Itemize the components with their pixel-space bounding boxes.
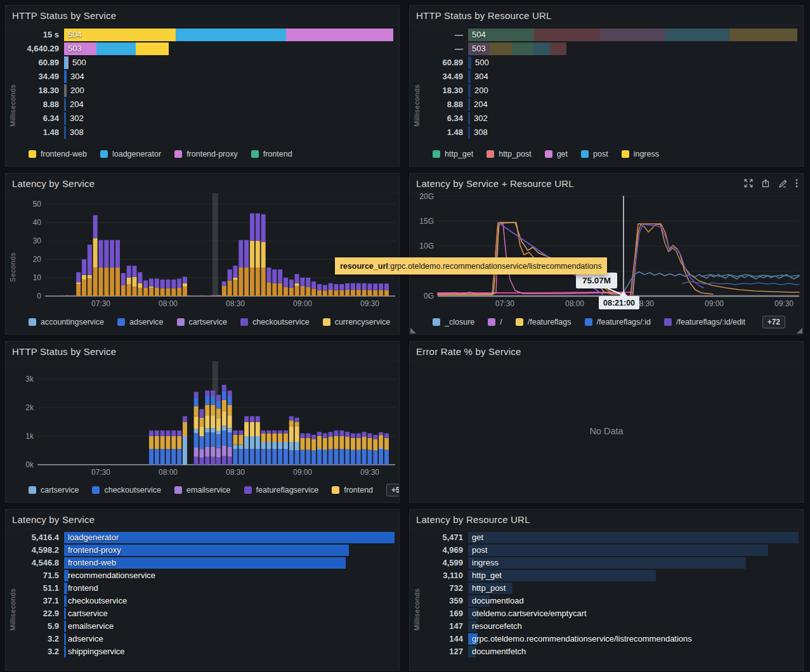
panel-title[interactable]: Latency by Service + Resource URL (416, 178, 574, 189)
bar-segment (222, 456, 226, 465)
share-icon[interactable] (761, 179, 770, 188)
legend-item-featureflagservice[interactable]: featureflagservice (244, 486, 319, 494)
bar-segment (110, 240, 114, 268)
bar-segment (205, 447, 209, 457)
legend-item-loadgenerator[interactable]: loadgenerator (100, 150, 161, 158)
tooltip-time-badge: 08:21:00 (599, 296, 639, 309)
bar-segment (155, 436, 159, 449)
bar-segment (166, 449, 170, 465)
bar-segment (143, 280, 148, 288)
legend-item-item[interactable]: / (488, 318, 502, 326)
bar-segment (211, 295, 215, 296)
legend-item-http-post[interactable]: http_post (487, 150, 531, 158)
resize-handle-right[interactable] (797, 328, 802, 333)
bar-segment (300, 438, 304, 450)
row-value: 3.2 (6, 646, 59, 657)
x-tick-label: 07:30 (495, 299, 514, 308)
bar-segment (216, 448, 221, 457)
legend-swatch-icon (29, 486, 36, 494)
legend-item-frontend[interactable]: frontend (251, 150, 292, 158)
panel-title[interactable]: Error Rate % by Service (416, 346, 521, 357)
bar-segment (329, 290, 333, 296)
legend-item-cartservice[interactable]: cartservice (177, 318, 227, 326)
bar-segment (306, 434, 310, 438)
legend-item-accountingservice[interactable]: accountingservice (29, 318, 104, 326)
bar-segment (300, 434, 304, 438)
legend-swatch-icon (487, 150, 494, 158)
resize-handle-left[interactable] (410, 328, 416, 333)
legend-item-post[interactable]: post (581, 150, 608, 158)
legend: cartservicecheckoutserviceemailservicefe… (29, 484, 399, 496)
bar-segment (93, 215, 98, 238)
bar-segment (160, 449, 165, 465)
row-bar-track: recommendationservice (64, 570, 394, 581)
legend-label: post (593, 150, 608, 158)
bar-segment (149, 449, 154, 465)
legend-item-featureflags-id[interactable]: /featureflags/:id (585, 318, 651, 326)
bar-segment (143, 288, 148, 296)
legend-item-frontend-proxy[interactable]: frontend-proxy (174, 150, 238, 158)
hover-cursor-bar (212, 193, 218, 296)
panel-title[interactable]: HTTP Status by Service (12, 346, 116, 357)
legend-item-checkoutservice[interactable]: checkoutservice (240, 318, 310, 326)
status-row-304: 34.49304 (6, 70, 394, 83)
status-code-label: 302 (474, 112, 488, 125)
legend-item-emailservice[interactable]: emailservice (174, 486, 230, 494)
panel-latency-by-resource-url: Latency by Resource URL Milliseconds5,47… (409, 509, 804, 671)
bar-segment (339, 430, 344, 436)
legend-item-currencyservice[interactable]: currencyservice (323, 318, 391, 326)
legend-label: http_post (499, 150, 531, 158)
panel-body: Milliseconds5,416.4loadgenerator4,598.2f… (6, 529, 399, 670)
kebab-menu-icon[interactable] (795, 179, 798, 188)
legend-item-closure[interactable]: _closure (433, 318, 474, 326)
edit-icon[interactable] (778, 179, 787, 188)
bar-segment (300, 450, 304, 465)
bar-segment (295, 422, 299, 427)
legend-label: frontend (344, 486, 373, 494)
x-tick-label: 07:30 (91, 299, 110, 308)
panel-title[interactable]: Latency by Service (12, 514, 95, 525)
row-value: 127 (410, 646, 463, 657)
row-bar-track: 204 (468, 98, 798, 111)
bar-segment (250, 449, 254, 465)
legend-item-checkoutservice[interactable]: checkoutservice (92, 486, 161, 494)
legend-item-featureflags[interactable]: /featureflags (516, 318, 572, 326)
bar-segment (199, 409, 204, 418)
bar-segment (367, 290, 372, 296)
legend-more-button[interactable]: +5 (386, 484, 399, 496)
row-value: 732 (410, 583, 463, 594)
legend-item-adservice[interactable]: adservice (117, 318, 164, 326)
legend-item-http-get[interactable]: http_get (433, 150, 473, 158)
legend-item-ingress[interactable]: ingress (622, 150, 659, 158)
x-tick-label: 08:00 (159, 468, 178, 477)
legend-item-get[interactable]: get (545, 150, 568, 158)
bar-segment (160, 430, 165, 436)
panel-title[interactable]: Latency by Resource URL (416, 514, 530, 525)
row-label: get (472, 532, 483, 543)
bar-segment (256, 268, 260, 296)
bar-segment (323, 290, 327, 296)
bar-segment (177, 278, 181, 288)
panel-title[interactable]: Latency by Service (12, 178, 95, 189)
legend-swatch-icon (117, 318, 125, 326)
row-value: 60.89 (6, 56, 59, 69)
bar-segment (194, 397, 199, 406)
bar-segment (468, 112, 470, 125)
row-value: 147 (410, 621, 463, 632)
bar-segment (171, 436, 176, 449)
legend-item-featureflags-id-edit[interactable]: /featureflags/:id/edit (664, 318, 745, 326)
bar-segment (211, 432, 215, 447)
legend-more-button[interactable]: +72 (762, 316, 785, 328)
bar-segment (295, 451, 299, 465)
panel-title[interactable]: HTTP Status by Resource URL (416, 10, 552, 21)
legend-item-frontend[interactable]: frontend (332, 486, 373, 494)
legend-item-frontend-web[interactable]: frontend-web (29, 150, 87, 158)
fullscreen-icon[interactable] (744, 179, 753, 188)
bar-segment (216, 434, 221, 448)
status-code-label: 304 (474, 70, 488, 83)
bar-segment (356, 438, 361, 450)
panel-title[interactable]: HTTP Status by Service (12, 10, 116, 21)
legend-item-cartservice[interactable]: cartservice (29, 486, 79, 494)
bar-segment (600, 29, 665, 41)
bar-segment (149, 430, 154, 436)
